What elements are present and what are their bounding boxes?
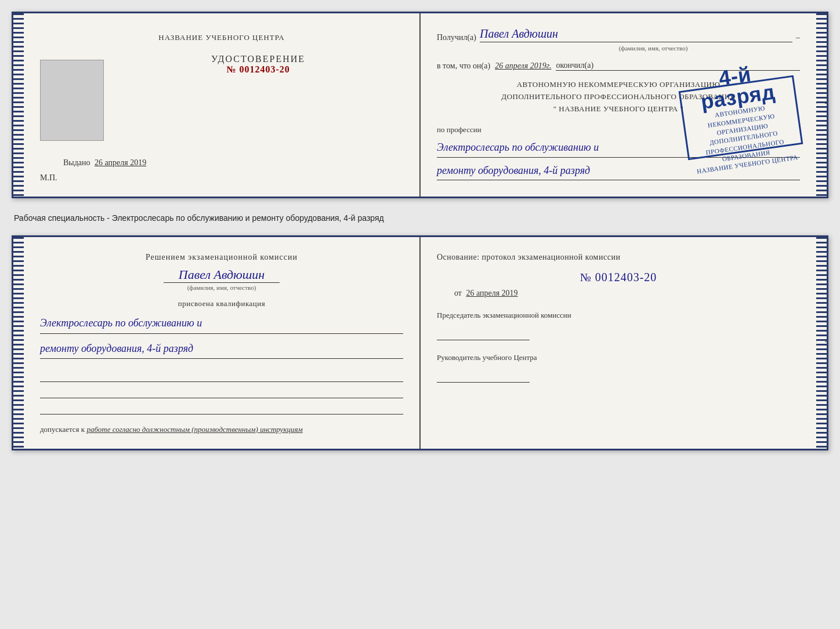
bottom-booklet-left: Решением экзаменационной комиссии Павел … (24, 237, 421, 449)
org-line3: " НАЗВАНИЕ УЧЕБНОГО ЦЕНТРА " (437, 103, 800, 115)
vtom-date: 26 апреля 2019г. (495, 61, 551, 71)
poluchil-line: Получил(a) Павел Авдюшин – (437, 27, 800, 42)
vydano-date: 26 апреля 2019 (95, 158, 146, 167)
predsedatel-sig (437, 328, 800, 340)
rukovoditel-sig-line (437, 370, 530, 383)
org-line2: ДОПОЛНИТЕЛЬНОГО ПРОФЕССИОНАЛЬНОГО ОБРАЗО… (437, 91, 800, 103)
profession-line1: Электрослесарь по обслуживанию и (437, 138, 800, 157)
predsedatel-label: Председатель экзаменационной комиссии (437, 310, 800, 322)
stamp-text: 4-й разряд АВТОНОМНУЮ НЕКОММЕРЧЕСКУЮ ОРГ… (682, 59, 799, 177)
org-line1: АВТОНОМНУЮ НЕКОММЕРЧЕСКУЮ ОРГАНИЗАЦИЮ (437, 79, 800, 91)
top-booklet-right: Получил(a) Павел Авдюшин – (фамилия, имя… (421, 13, 816, 197)
prisvoena-label: присвоена квалификация (40, 299, 403, 308)
left-side-strip (13, 13, 24, 197)
ot-date-value: 26 апреля 2019 (466, 289, 517, 297)
dopuskaetsya-italic: работе согласно должностным (производств… (86, 425, 302, 434)
ot-date: от 26 апреля 2019 (454, 289, 800, 298)
qualification-line2: ремонту оборудования, 4-й разряд (40, 339, 403, 359)
osnovanie-title: Основание: протокол экзаменационной коми… (437, 251, 800, 264)
vydano-label: Выдано (63, 158, 90, 167)
dopuskaetsya: допускается к работе согласно должностны… (40, 424, 403, 435)
top-booklet-left: НАЗВАНИЕ УЧЕБНОГО ЦЕНТРА УДОСТОВЕРЕНИЕ №… (24, 13, 421, 197)
vydano-line: Выдано 26 апреля 2019 (63, 158, 146, 168)
dopuskaetsya-label: допускается к (40, 425, 85, 434)
photo-placeholder (40, 60, 104, 141)
middle-text: Рабочая специальность - Электрослесарь п… (12, 209, 828, 225)
udostoverenie-number: № 0012403-20 (113, 64, 403, 75)
qualification-line1: Электрослесарь по обслуживанию и (40, 313, 403, 333)
right-side-strip-top: –––иа←–––– (816, 13, 827, 197)
udostoverenie-title: УДОСТОВЕРЕНИЕ (113, 54, 403, 64)
left-side-strip-bottom (13, 237, 24, 449)
profession-line2: ремонту оборудования, 4-й разряд (437, 161, 800, 180)
signature-lines (40, 368, 403, 415)
pavlov-name: Павел Авдюшин (40, 267, 403, 282)
ot-label: от (454, 289, 462, 297)
predsedatel-block: Председатель экзаменационной комиссии (437, 310, 800, 340)
rukovoditel-label: Руководитель учебного Центра (437, 352, 800, 364)
protocol-number: № 0012403-20 (437, 271, 800, 284)
poluchil-label: Получил(a) (437, 33, 476, 42)
resheniem-title: Решением экзаменационной комиссии (40, 251, 403, 264)
dash-1: – (796, 33, 800, 42)
po-professii-label: по профессии (437, 125, 800, 134)
page-wrapper: НАЗВАНИЕ УЧЕБНОГО ЦЕНТРА УДОСТОВЕРЕНИЕ №… (12, 12, 828, 450)
sig-line-2 (40, 384, 403, 398)
vtom-line: в том, что он(а) 26 апреля 2019г. окончи… (437, 61, 800, 71)
bottom-booklet-right: Основание: протокол экзаменационной коми… (421, 237, 816, 449)
rukovoditel-block: Руководитель учебного Центра (437, 352, 800, 383)
rukovoditel-sig (437, 370, 800, 383)
fio-sub2: (фамилия, имя, отчество) (164, 282, 280, 291)
predsedatel-sig-line (437, 328, 530, 340)
bottom-booklet: Решением экзаменационной комиссии Павел … (12, 235, 828, 450)
sig-line-3 (40, 401, 403, 415)
org-block: АВТОНОМНУЮ НЕКОММЕРЧЕСКУЮ ОРГАНИЗАЦИЮ ДО… (437, 79, 800, 115)
mp-label: М.П. (40, 173, 57, 183)
okonchil-label: окончил(а) (556, 61, 800, 71)
sig-line-1 (40, 368, 403, 382)
poluchil-name: Павел Авдюшин (480, 27, 792, 42)
vtom-label: в том, что он(а) (437, 61, 490, 71)
fio-subtitle-top: (фамилия, имя, отчество) (506, 45, 800, 52)
right-side-strip-bottom: –––иа←–––– (816, 237, 827, 449)
udostoverenie-block: УДОСТОВЕРЕНИЕ № 0012403-20 (113, 54, 403, 75)
top-center-title: НАЗВАНИЕ УЧЕБНОГО ЦЕНТРА (158, 33, 284, 42)
top-booklet: НАЗВАНИЕ УЧЕБНОГО ЦЕНТРА УДОСТОВЕРЕНИЕ №… (12, 12, 828, 198)
